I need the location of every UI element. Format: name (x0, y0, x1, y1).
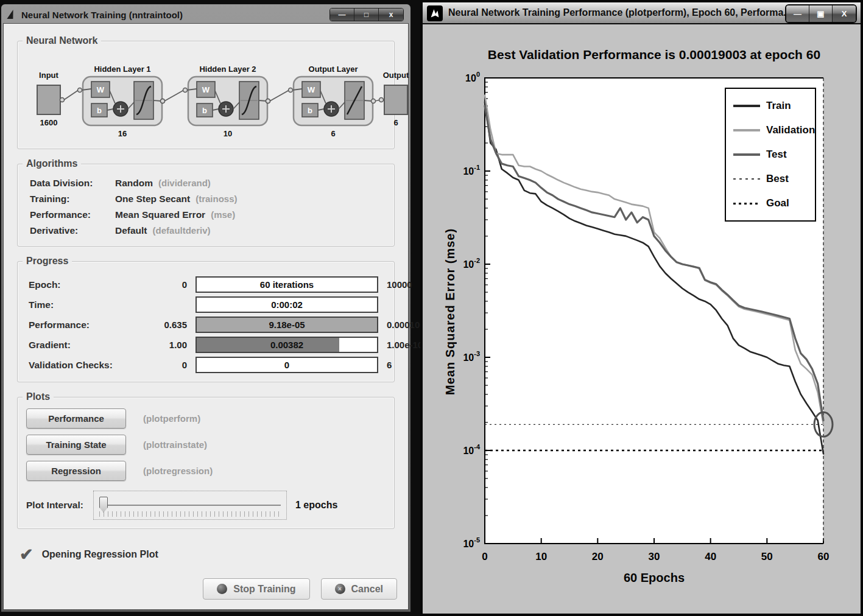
weight-label: W (202, 85, 210, 94)
right-window-title: Neural Network Training Performance (plo… (448, 7, 792, 18)
algorithm-code: (mse) (211, 209, 235, 220)
stop-training-button[interactable]: Stop Training (203, 578, 309, 600)
x-tick-label: 50 (761, 551, 773, 562)
x-tick-label: 30 (649, 551, 660, 562)
close-button[interactable]: X (833, 5, 856, 22)
diagram-label: Hidden Layer 2 (199, 65, 256, 74)
y-axis-label: Mean Squared Error (mse) (441, 91, 459, 532)
algorithm-code: (dividerand) (158, 178, 211, 188)
y-tick-label: 10-5 (463, 536, 480, 549)
maximize-icon: □ (364, 11, 368, 18)
chart-legend: TrainValidationTestBestGoal (725, 88, 816, 222)
stop-training-label: Stop Training (233, 584, 295, 595)
progress-header: Progress (23, 256, 72, 267)
progress-bar-text: 60 iterations (197, 278, 377, 292)
plot-button-performance[interactable]: Performance (26, 408, 126, 429)
legend-row: Test (733, 149, 815, 161)
left-titlebar[interactable]: Neural Network Training (nntraintool) — … (3, 6, 409, 23)
legend-row: Best (733, 173, 815, 185)
minimize-button[interactable]: — (330, 9, 354, 21)
algorithms-header: Algorithms (23, 158, 81, 169)
plot-button-regression[interactable]: Regression (26, 461, 126, 481)
legend-row: Train (733, 100, 815, 112)
figure-area: 010203040506010010-110-210-310-410-5 Bes… (423, 24, 861, 614)
left-window-body: Neural Network Input1600Hidden Layer 116… (3, 23, 409, 610)
right-titlebar[interactable]: Neural Network Training Performance (plo… (423, 2, 861, 24)
legend-row: Goal (733, 197, 815, 209)
close-button[interactable]: x (379, 9, 403, 21)
minimize-button[interactable]: — (786, 5, 809, 22)
progress-bar-text: 0 (197, 358, 377, 372)
minimize-icon: — (794, 10, 801, 18)
plots-group: Plots Performance(plotperform)Training S… (17, 397, 395, 529)
progress-bar: 0:00:02 (195, 296, 378, 313)
connector-line (270, 91, 289, 102)
algorithm-code: (defaultderiv) (153, 225, 211, 236)
plot-button-training-state[interactable]: Training State (26, 435, 126, 455)
plot-interval-slider[interactable] (93, 491, 287, 520)
close-icon: X (842, 10, 847, 18)
legend-sample-validation (733, 129, 760, 131)
left-window-controls: — □ x (329, 8, 404, 21)
progress-label: Validation Checks: (29, 360, 146, 371)
algorithm-value-cell: Mean Squared Error(mse) (115, 209, 382, 220)
plotperform-window: Neural Network Training Performance (plo… (420, 0, 863, 616)
diagram-label: 10 (224, 129, 232, 138)
stop-icon (217, 584, 227, 594)
diagram-label: Output Layer (309, 65, 358, 74)
chart-title: Best Validation Performance is 0.0001900… (465, 47, 843, 62)
restore-icon: ▣ (817, 10, 824, 18)
algorithm-label: Data Division: (30, 178, 115, 189)
diagram-label: 6 (331, 129, 335, 138)
y-tick-label: 10-4 (463, 443, 480, 456)
nntraintool-app-icon (7, 10, 15, 19)
algorithms-rows: Data Division:Random(dividerand)Training… (25, 175, 387, 240)
maximize-button[interactable]: □ (354, 9, 379, 21)
y-tick-label: 100 (465, 71, 480, 83)
restore-button[interactable]: ▣ (809, 5, 833, 22)
legend-sample-train (733, 105, 760, 107)
junction-dot (161, 99, 165, 103)
slider-thumb[interactable] (99, 497, 108, 513)
legend-sample-best (733, 178, 760, 180)
algorithm-label: Training: (30, 194, 115, 205)
progress-label: Time: (29, 299, 146, 310)
progress-group: Progress Epoch:060 iterations10000Time:0… (17, 261, 395, 382)
progress-bar-text: 0:00:02 (197, 298, 377, 312)
algorithm-value: Default (115, 225, 147, 236)
legend-label: Train (766, 100, 791, 112)
algorithm-value-cell: Random(dividerand) (115, 178, 382, 189)
plot-button-code: (plotregression) (143, 466, 213, 476)
junction-dot (266, 99, 270, 103)
junction-dot (379, 98, 384, 102)
legend-label: Best (766, 173, 789, 185)
bias-label: b (97, 106, 102, 115)
x-tick-label: 40 (705, 551, 716, 562)
progress-max-value: 10000 (387, 279, 425, 290)
cancel-button[interactable]: × Cancel (321, 578, 397, 600)
neural-network-header: Neural Network (23, 35, 101, 46)
x-axis-label: 60 Epochs (485, 571, 823, 585)
nntraintool-window: Neural Network Training (nntraintool) — … (0, 3, 412, 613)
diagram-label: Input (39, 71, 58, 80)
diagram-label: 1600 (40, 118, 58, 127)
y-tick-label: 10-1 (463, 164, 480, 177)
progress-bar: 0 (195, 357, 378, 373)
y-tick-label: 10-3 (463, 350, 480, 363)
plots-header: Plots (23, 391, 54, 402)
slider-ticks (99, 511, 281, 517)
progress-min-value: 1.00 (154, 340, 187, 350)
progress-label: Gradient: (29, 340, 146, 351)
algorithm-label: Performance: (30, 209, 115, 220)
legend-label: Goal (766, 197, 789, 209)
neural-network-group: Neural Network Input1600Hidden Layer 116… (17, 41, 395, 149)
progress-bar-text: 9.18e-05 (197, 318, 377, 332)
bias-label: b (308, 106, 312, 115)
footer-buttons: Stop Training × Cancel (203, 578, 397, 600)
status-row: ✔ Opening Regression Plot (19, 545, 401, 564)
plot-button-code: (plottrainstate) (143, 439, 207, 450)
plot-button-row: Regression(plotregression) (26, 461, 387, 481)
cancel-icon: × (335, 584, 345, 594)
input-block (37, 85, 60, 114)
progress-bar: 0.00382 (195, 337, 378, 353)
